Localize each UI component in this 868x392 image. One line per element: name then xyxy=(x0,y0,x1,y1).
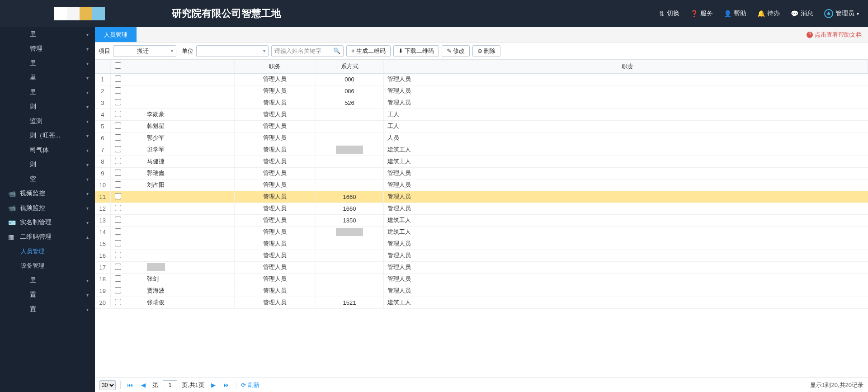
table-row[interactable]: 9郭瑞鑫管理人员管理人员 xyxy=(95,167,868,179)
sidebar-item-9[interactable]: 则▾ xyxy=(0,157,95,172)
admin-menu[interactable]: 管理员 ▾ xyxy=(824,9,859,18)
row-checkbox[interactable] xyxy=(115,287,121,293)
col-contact[interactable]: 系方式 xyxy=(316,60,383,73)
cell-checkbox xyxy=(110,73,126,85)
search-icon[interactable]: 🔍 xyxy=(333,47,340,54)
table-row[interactable]: 17管理人员管理人员 xyxy=(95,261,868,273)
row-checkbox[interactable] xyxy=(115,99,121,105)
row-checkbox[interactable] xyxy=(115,158,121,164)
row-checkbox[interactable] xyxy=(115,146,121,152)
table-row[interactable]: 16管理人员管理人员 xyxy=(95,250,868,261)
row-checkbox[interactable] xyxy=(115,170,121,176)
table-row[interactable]: 18张剑管理人员管理人员 xyxy=(95,273,868,285)
search-input[interactable]: 请输入姓名关键字 🔍 xyxy=(271,45,344,57)
row-checkbox[interactable] xyxy=(115,111,121,117)
edit-button[interactable]: ✎修改 xyxy=(442,45,470,57)
sidebar-item-13[interactable]: 🪪实名制管理▾ xyxy=(0,215,95,230)
refresh-button[interactable]: ⟳ 刷新 xyxy=(241,381,259,389)
delete-button[interactable]: ⊖删除 xyxy=(472,45,500,57)
sidebar-item-15[interactable]: 里▾ xyxy=(0,273,95,288)
table-row[interactable]: 15管理人员管理人员 xyxy=(95,238,868,250)
cell-rownum: 20 xyxy=(95,297,110,308)
cell-job: 管理人员 xyxy=(234,250,316,261)
row-checkbox[interactable] xyxy=(115,275,121,282)
row-checkbox[interactable] xyxy=(115,123,121,129)
sidebar-item-0[interactable]: 里▾ xyxy=(0,27,95,42)
sidebar-subitem-14-1[interactable]: 设备管理 xyxy=(0,259,95,273)
table-row[interactable]: 2管理人员086管理人员 xyxy=(95,85,868,97)
sidebar-item-11[interactable]: 📹视频监控▾ xyxy=(0,186,95,201)
table-row[interactable]: 7班学军管理人员建筑工人 xyxy=(95,144,868,156)
sidebar-item-10[interactable]: 空▾ xyxy=(0,172,95,186)
row-checkbox[interactable] xyxy=(115,252,121,258)
table-row[interactable]: 14管理人员建筑工人 xyxy=(95,226,868,238)
table-row[interactable]: 8马健捷管理人员建筑工人 xyxy=(95,156,868,167)
row-checkbox[interactable] xyxy=(115,87,121,94)
next-page-button[interactable]: ▶ xyxy=(209,381,218,390)
chevron-down-icon: ▾ xyxy=(86,133,89,138)
generate-qr-button[interactable]: +生成二维码 xyxy=(346,45,391,57)
table-row[interactable]: 4李勋豪管理人员工人 xyxy=(95,109,868,120)
sidebar-item-17[interactable]: 置▾ xyxy=(0,302,95,316)
prev-page-button[interactable]: ◀ xyxy=(139,381,148,390)
row-checkbox[interactable] xyxy=(115,76,121,82)
sidebar-item-5[interactable]: 则▾ xyxy=(0,99,95,114)
row-checkbox[interactable] xyxy=(115,181,121,188)
tab-personnel[interactable]: 人员管理 xyxy=(95,27,137,42)
table-row[interactable]: 20张瑞俊管理人员1521建筑工人 xyxy=(95,297,868,308)
col-duty[interactable]: 职责 xyxy=(383,60,868,73)
page-size-select[interactable]: 30 xyxy=(99,380,116,390)
cell-rownum: 5 xyxy=(95,120,110,132)
row-checkbox[interactable] xyxy=(115,193,121,199)
cell-duty: 管理人员 xyxy=(383,203,868,214)
chat-icon: 💬 xyxy=(791,10,798,17)
sidebar-item-6[interactable]: 监测▾ xyxy=(0,114,95,128)
row-checkbox[interactable] xyxy=(115,299,121,305)
row-checkbox[interactable] xyxy=(115,217,121,223)
table-row[interactable]: 11管理人员1660管理人员 xyxy=(95,191,868,203)
help-doc-link[interactable]: ? 点击查看帮助文档 xyxy=(800,27,868,42)
message-button[interactable]: 💬 消息 xyxy=(791,9,813,18)
project-value: 搬迁 xyxy=(137,47,149,55)
sidebar-item-2[interactable]: 里▾ xyxy=(0,56,95,71)
select-all-checkbox[interactable] xyxy=(115,62,121,69)
table-row[interactable]: 10刘占阳管理人员管理人员 xyxy=(95,179,868,191)
first-page-button[interactable]: ⏮ xyxy=(125,381,134,390)
sidebar-item-8[interactable]: 司气体▾ xyxy=(0,143,95,157)
cell-contact xyxy=(316,144,383,156)
row-checkbox[interactable] xyxy=(115,228,121,235)
table-row[interactable]: 3管理人员526管理人员 xyxy=(95,97,868,109)
cell-job: 管理人员 xyxy=(234,261,316,273)
table-row[interactable]: 5韩魁星管理人员工人 xyxy=(95,120,868,132)
table-row[interactable]: 12管理人员1660管理人员 xyxy=(95,203,868,214)
sidebar-item-4[interactable]: 里▾ xyxy=(0,85,95,99)
sidebar-subitem-14-0[interactable]: 人员管理 xyxy=(0,244,95,259)
table-row[interactable]: 1管理人员000管理人员 xyxy=(95,73,868,85)
sidebar-item-1[interactable]: 管理▾ xyxy=(0,42,95,56)
switch-label: 切换 xyxy=(667,9,679,18)
cell-checkbox xyxy=(110,250,126,261)
cell-duty: 管理人员 xyxy=(383,97,868,109)
sidebar-item-16[interactable]: 置▾ xyxy=(0,288,95,302)
download-qr-button[interactable]: ⬇下载二维码 xyxy=(393,45,439,57)
last-page-button[interactable]: ⏭ xyxy=(222,381,231,390)
sidebar-item-7[interactable]: 则（旺苍...▾ xyxy=(0,128,95,143)
table-row[interactable]: 19贾海波管理人员管理人员 xyxy=(95,285,868,297)
row-checkbox[interactable] xyxy=(115,240,121,246)
page-number-input[interactable] xyxy=(163,380,177,390)
service-button[interactable]: ❓ 服务 xyxy=(690,9,713,18)
sidebar-item-12[interactable]: 📹视频监控▾ xyxy=(0,201,95,215)
help-button[interactable]: 👤 帮助 xyxy=(724,9,746,18)
todo-button[interactable]: 🔔 待办 xyxy=(757,9,780,18)
unit-select[interactable]: ▾ xyxy=(196,45,269,57)
table-row[interactable]: 6郭少军管理人员人员 xyxy=(95,132,868,144)
sidebar-item-3[interactable]: 里▾ xyxy=(0,71,95,85)
col-job[interactable]: 职务 xyxy=(234,60,316,73)
sidebar-item-14[interactable]: ▦二维码管理▴ xyxy=(0,230,95,244)
row-checkbox[interactable] xyxy=(115,205,121,211)
row-checkbox[interactable] xyxy=(115,134,121,141)
project-select[interactable]: 搬迁 ▾ xyxy=(113,45,176,57)
table-row[interactable]: 13管理人员1350建筑工人 xyxy=(95,214,868,226)
switch-button[interactable]: ⇅ 切换 xyxy=(659,9,679,18)
row-checkbox[interactable] xyxy=(115,264,121,270)
